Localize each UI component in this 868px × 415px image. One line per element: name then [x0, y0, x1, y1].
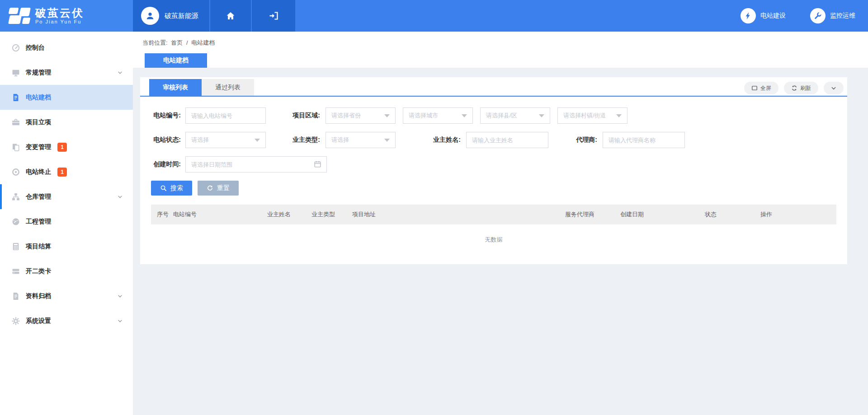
main-area: 当前位置: 首页 / 电站建档 电站建档 审核列表 通过列表 全屏: [133, 32, 868, 415]
col-状态: 状态: [705, 210, 760, 219]
col-业主类型: 业主类型: [311, 210, 352, 219]
notification-badge: 1: [57, 168, 67, 177]
refresh-button[interactable]: 刷新: [784, 82, 818, 94]
copy-icon: [11, 143, 20, 152]
tab-passed-list[interactable]: 通过列表: [202, 79, 254, 96]
owner-name-input[interactable]: [466, 132, 548, 148]
breadcrumb-current: 电站建档: [191, 39, 215, 46]
avatar: [141, 7, 159, 25]
monitor-icon: [11, 68, 20, 77]
col-操作: 操作: [760, 210, 836, 219]
owner-type-select[interactable]: 请选择: [326, 132, 396, 148]
chevron-down-icon: [117, 70, 123, 75]
filter-row-1: 电站编号: 项目区域: 请选择省份 请选择城市 请选择县/区 请选择村镇/街道: [151, 107, 836, 124]
sidebar-item-label: 变更管理: [26, 143, 51, 151]
county-select[interactable]: 请选择县/区: [480, 107, 550, 124]
sidebar-item-label: 系统设置: [26, 317, 51, 325]
gear-icon: [11, 317, 20, 326]
content-card: 审核列表 通过列表 全屏 刷新: [140, 77, 847, 264]
sidebar-item-change-mgmt[interactable]: 变更管理 1: [0, 135, 133, 159]
sidebar-item-project-initiation[interactable]: 项目立项: [0, 110, 133, 135]
calendar-icon: [314, 160, 321, 168]
agent-label: 代理商:: [570, 136, 603, 144]
sidebar-item-station-termination[interactable]: 电站终止 1: [0, 159, 133, 184]
date-range-input[interactable]: [185, 156, 327, 173]
col-序号: 序号: [157, 210, 173, 219]
brand-name: 破茧云伏: [35, 7, 84, 19]
caret-down-icon: [384, 139, 390, 142]
home-icon: [225, 10, 236, 21]
sidebar-item-label: 开二类卡: [26, 267, 51, 275]
chevron-down-icon: [117, 293, 123, 299]
reset-button[interactable]: 重置: [198, 181, 239, 196]
breadcrumb-home[interactable]: 首页: [171, 39, 183, 46]
province-select[interactable]: 请选择省份: [326, 107, 396, 124]
col-创建日期: 创建日期: [620, 210, 705, 219]
user-icon: [145, 10, 156, 21]
city-select[interactable]: 请选择城市: [403, 107, 473, 124]
calculator-icon: [11, 242, 20, 251]
caret-down-icon: [384, 114, 390, 117]
sidebar-item-label: 工程管理: [26, 218, 51, 226]
mode-monitoring-label: 监控运维: [830, 12, 855, 20]
fullscreen-label: 全屏: [760, 84, 771, 92]
county-placeholder: 请选择县/区: [486, 112, 517, 120]
reset-label: 重置: [217, 184, 230, 192]
sidebar-item-label: 项目立项: [26, 118, 51, 126]
station-status-select[interactable]: 请选择: [185, 132, 266, 148]
bolt-icon: [741, 8, 756, 23]
city-placeholder: 请选择城市: [409, 112, 438, 120]
create-time-label: 创建时间:: [151, 160, 185, 168]
sidebar-item-warehouse-mgmt[interactable]: 仓库管理: [0, 184, 133, 209]
header-spacer: [295, 0, 741, 32]
table-header-row: 序号 电站编号 业主姓名 业主类型 项目地址 服务代理商 创建日期 状态 操作: [151, 205, 836, 224]
logout-button[interactable]: [251, 0, 295, 32]
sidebar-item-label: 项目结算: [26, 242, 51, 251]
sidebar-item-label: 电站建档: [26, 93, 51, 102]
tab-review-list[interactable]: 审核列表: [149, 79, 202, 96]
town-placeholder: 请选择村镇/街道: [563, 112, 606, 120]
wrench-icon: [810, 8, 826, 23]
sidebar-item-data-archive[interactable]: 资料归档: [0, 284, 133, 308]
station-no-input[interactable]: [185, 107, 266, 124]
collapse-button[interactable]: [824, 82, 844, 94]
mode-construction[interactable]: 电站建设: [741, 8, 786, 23]
company-name: 破茧新能源: [165, 12, 198, 20]
filter-row-2: 电站状态: 请选择 业主类型: 请选择 业主姓名: 代理商:: [151, 132, 836, 148]
mode-monitoring[interactable]: 监控运维: [810, 8, 855, 23]
caret-down-icon: [616, 114, 622, 117]
sidebar-item-label: 资料归档: [26, 292, 51, 300]
caret-down-icon: [255, 139, 260, 142]
user-account-button[interactable]: 破茧新能源: [133, 0, 209, 32]
target-icon: [11, 168, 20, 177]
sidebar-item-open-class2-card[interactable]: 开二类卡: [0, 259, 133, 284]
date-range-picker[interactable]: [185, 156, 327, 173]
sidebar-item-system-settings[interactable]: 系统设置: [0, 308, 133, 333]
col-电站编号: 电站编号: [173, 210, 267, 219]
header-nav-group: 破茧新能源: [133, 0, 295, 32]
chevron-down-icon: [117, 318, 123, 324]
sitemap-icon: [11, 192, 20, 201]
sidebar-item-label: 仓库管理: [26, 193, 51, 201]
panel-tabs: 审核列表 通过列表: [140, 77, 847, 97]
notification-badge: 1: [57, 143, 67, 152]
breadcrumb: 当前位置: 首页 / 电站建档: [133, 32, 868, 47]
col-项目地址: 项目地址: [352, 210, 565, 219]
sidebar-item-project-settlement[interactable]: 项目结算: [0, 234, 133, 259]
search-button[interactable]: 搜索: [151, 181, 192, 196]
sidebar-item-general-mgmt[interactable]: 常规管理: [0, 60, 133, 85]
agent-input[interactable]: [603, 132, 685, 148]
brand-subtitle: Po Jian Yun Fu: [35, 19, 84, 24]
owner-type-placeholder: 请选择: [331, 136, 349, 144]
card-icon: [11, 267, 20, 276]
sidebar-item-console[interactable]: 控制台: [0, 35, 133, 60]
sidebar-item-engineering-mgmt[interactable]: 工程管理: [0, 209, 133, 234]
sidebar-item-station-filing[interactable]: 电站建档: [0, 85, 133, 110]
home-button[interactable]: [209, 0, 251, 32]
town-select[interactable]: 请选择村镇/街道: [557, 107, 627, 124]
page-tab-station-filing[interactable]: 电站建档: [145, 53, 207, 68]
station-no-label: 电站编号:: [151, 112, 185, 120]
fullscreen-button[interactable]: 全屏: [744, 82, 778, 94]
sidebar: 控制台 常规管理 电站建档 项目立项 变更管理 1: [0, 32, 133, 415]
owner-name-label: 业主姓名:: [426, 136, 466, 144]
